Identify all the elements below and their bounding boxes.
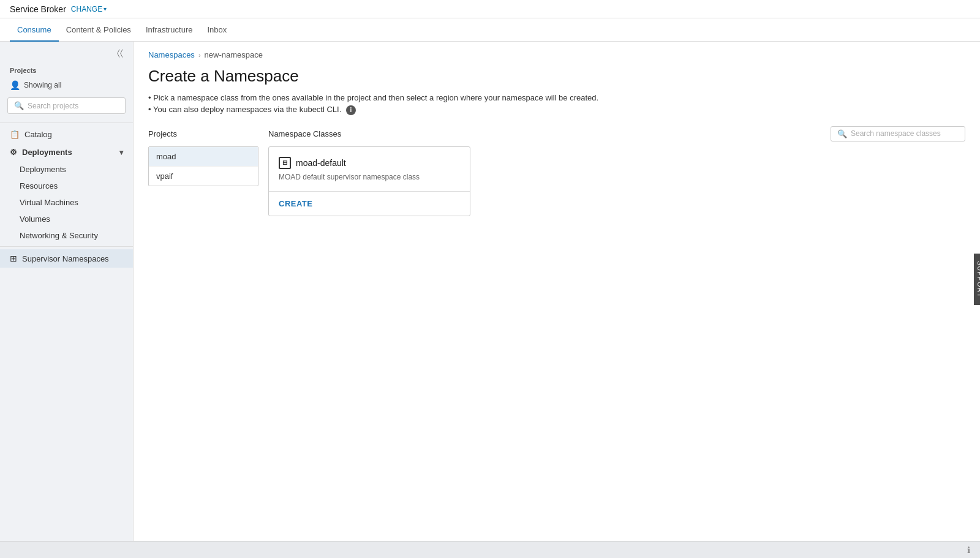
sidebar-label-catalog: Catalog	[24, 130, 52, 139]
sidebar-item-deployments[interactable]: ⚙ Deployments ▾	[0, 143, 133, 161]
tab-content-policies[interactable]: Content & Policies	[59, 18, 138, 42]
ns-search-icon: 🔍	[837, 129, 847, 138]
project-list: moad vpaif	[148, 146, 258, 186]
ns-class-icon: ⊟	[279, 157, 291, 169]
search-projects-input[interactable]	[28, 102, 119, 110]
sidebar-collapse: 〈〈	[0, 42, 133, 62]
tab-inbox[interactable]: Inbox	[200, 18, 234, 42]
sidebar-item-supervisor-namespaces[interactable]: ⊞ Supervisor Namespaces	[0, 249, 133, 268]
info-icon[interactable]: i	[346, 105, 356, 115]
sidebar-label-supervisor-namespaces: Supervisor Namespaces	[22, 254, 109, 263]
ns-search-container[interactable]: 🔍	[831, 126, 965, 141]
breadcrumb-current: new-namespace	[205, 50, 263, 59]
breadcrumb-parent[interactable]: Namespaces	[148, 50, 195, 59]
person-icon: 👤	[10, 80, 20, 90]
sub-label-networking-security: Networking & Security	[20, 231, 98, 240]
create-button[interactable]: CREATE	[279, 197, 312, 211]
description: Pick a namespace class from the ones ava…	[134, 92, 980, 126]
selection-area: moad vpaif ⊟ moad-default MOAD default	[134, 146, 980, 216]
projects-col-header: Projects	[148, 129, 258, 138]
top-bar: Service Broker CHANGE	[0, 0, 980, 18]
catalog-icon: 📋	[10, 130, 20, 139]
ns-search-input[interactable]	[851, 129, 959, 138]
ns-class-card-moad-default[interactable]: ⊟ moad-default MOAD default supervisor n…	[268, 146, 470, 216]
main-layout: 〈〈 Projects 👤 Showing all 🔍 📋 Catalog ⚙ …	[0, 42, 980, 541]
projects-label: Projects	[0, 62, 133, 77]
search-projects-container[interactable]: 🔍	[7, 97, 126, 114]
footer-info-icon: ℹ	[967, 545, 970, 555]
projects-column: moad vpaif	[148, 146, 258, 216]
breadcrumb-separator: ›	[198, 51, 201, 59]
ns-classes-column: ⊟ moad-default MOAD default supervisor n…	[258, 146, 965, 216]
ns-classes-col-header: Namespace Classes	[258, 129, 831, 138]
app-title: Service Broker	[10, 4, 66, 14]
description-line-2: You can also deploy namespaces via the k…	[148, 104, 965, 116]
ns-class-title: moad-default	[296, 158, 346, 168]
ns-card-footer: CREATE	[269, 191, 470, 216]
page-title: Create a Namespace	[134, 59, 980, 92]
ns-class-description: MOAD default supervisor namespace class	[279, 173, 460, 181]
sidebar-item-catalog[interactable]: 📋 Catalog	[0, 126, 133, 143]
showing-all-label: Showing all	[24, 81, 61, 89]
showing-all[interactable]: 👤 Showing all	[0, 77, 133, 94]
support-tab[interactable]: SUPPORT	[974, 254, 980, 305]
ns-card-title: ⊟ moad-default	[279, 157, 460, 169]
sidebar-sub-item-virtual-machines[interactable]: Virtual Machines	[0, 194, 133, 211]
sidebar-sub-item-volumes[interactable]: Volumes	[0, 211, 133, 227]
sidebar: 〈〈 Projects 👤 Showing all 🔍 📋 Catalog ⚙ …	[0, 42, 134, 541]
sidebar-divider-1	[0, 123, 133, 123]
collapse-button[interactable]: 〈〈	[113, 47, 127, 59]
sidebar-divider-2	[0, 246, 133, 247]
sidebar-label-deployments: Deployments	[22, 148, 72, 157]
nav-tabs: Consume Content & Policies Infrastructur…	[0, 18, 980, 42]
selection-header-row: Projects Namespace Classes 🔍	[134, 126, 980, 141]
sub-label-vms: Virtual Machines	[20, 198, 78, 207]
ns-search-box[interactable]: 🔍	[831, 126, 965, 141]
supervisor-icon: ⊞	[10, 254, 17, 263]
sidebar-sub-item-resources[interactable]: Resources	[0, 178, 133, 194]
sidebar-sub-item-networking-security[interactable]: Networking & Security	[0, 227, 133, 244]
ns-card-body: ⊟ moad-default MOAD default supervisor n…	[269, 147, 470, 191]
deployments-icon: ⚙	[10, 148, 17, 157]
project-item-moad[interactable]: moad	[149, 147, 258, 167]
footer: ℹ	[0, 541, 980, 558]
sub-label-resources: Resources	[20, 181, 58, 190]
sub-label-deployments: Deployments	[20, 165, 66, 174]
project-item-vpaif[interactable]: vpaif	[149, 167, 258, 186]
sidebar-sub-item-deployments[interactable]: Deployments	[0, 161, 133, 178]
deployments-arrow-icon: ▾	[119, 148, 123, 157]
breadcrumb: Namespaces › new-namespace	[134, 42, 980, 59]
content-area: Namespaces › new-namespace Create a Name…	[134, 42, 980, 541]
tab-consume[interactable]: Consume	[10, 18, 59, 42]
change-button[interactable]: CHANGE	[71, 5, 107, 13]
description-line-1: Pick a namespace class from the ones ava…	[148, 92, 965, 104]
search-icon: 🔍	[14, 101, 24, 110]
sub-label-volumes: Volumes	[20, 214, 50, 224]
tab-infrastructure[interactable]: Infrastructure	[138, 18, 200, 42]
